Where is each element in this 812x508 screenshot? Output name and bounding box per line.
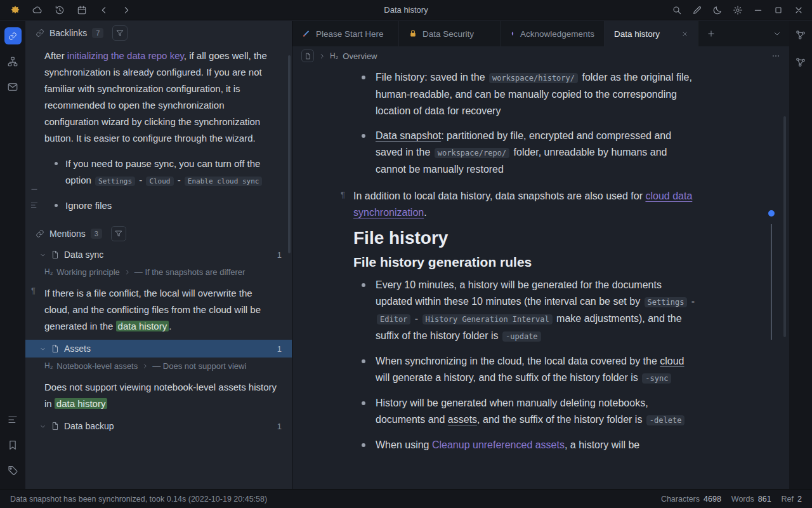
- mention-doc-row-assets[interactable]: Assets 1: [25, 340, 292, 358]
- theme-moon-icon[interactable]: [709, 3, 726, 18]
- backlink-icon: [36, 29, 44, 37]
- right-dock: [789, 21, 812, 489]
- inbox-mail-icon[interactable]: [4, 78, 22, 95]
- search-icon[interactable]: [668, 3, 685, 18]
- global-graph-icon[interactable]: [792, 53, 809, 70]
- scroll-position-indicator[interactable]: [768, 210, 775, 217]
- mention-block[interactable]: ¶ If there is a file conflict, the local…: [25, 280, 292, 340]
- backlinks-dock-icon[interactable]: [4, 27, 22, 44]
- breadcrumb-item[interactable]: Overview: [343, 51, 377, 61]
- backlink-list: If you need to pause sync, you can turn …: [25, 156, 292, 214]
- mention-subpath[interactable]: H₂ Working principle — If the snapshots …: [25, 264, 292, 280]
- block-gutter-list-icon[interactable]: [30, 201, 39, 210]
- mention-count: 1: [277, 422, 282, 431]
- tab-acknowledgements[interactable]: Acknowledgements: [501, 21, 605, 46]
- mentions-filter-icon[interactable]: [111, 226, 126, 241]
- go-back-icon[interactable]: [95, 3, 112, 18]
- breadcrumb: H₂ Overview: [292, 46, 789, 65]
- mention-block[interactable]: Does not support viewing notebook-level …: [25, 374, 292, 417]
- chevron-down-icon[interactable]: [39, 345, 46, 352]
- lock-icon: [409, 29, 417, 38]
- backlinks-panel: Backlinks 7 After initializing the data …: [25, 21, 292, 489]
- bookmark-dock-icon[interactable]: [4, 436, 22, 453]
- go-forward-icon[interactable]: [117, 3, 134, 18]
- window-scrollbar[interactable]: [783, 116, 786, 337]
- block-ref-link[interactable]: Cleanup unreferenced assets: [432, 439, 565, 450]
- mention-subpath[interactable]: H₂ Notebook-level assets — Does not supp…: [25, 358, 292, 374]
- data-history-icon[interactable]: [51, 3, 68, 18]
- backlinks-count-badge: 7: [92, 28, 103, 38]
- more-options-icon[interactable]: [771, 51, 780, 60]
- backlinks-title: Backlinks: [49, 28, 87, 38]
- outline-dock-icon[interactable]: [4, 411, 22, 428]
- text-segment: When using: [376, 439, 432, 450]
- inline-code: Settings: [95, 177, 135, 186]
- text-segment: When synchronizing in the cloud, the loc…: [376, 356, 660, 366]
- mention-doc-label: Assets: [64, 344, 91, 354]
- mention-doc-row-data-backup[interactable]: Data backup 1: [25, 417, 292, 435]
- mention-excerpt: — Does not support viewi: [152, 361, 246, 371]
- backlinks-header[interactable]: Backlinks 7: [25, 21, 292, 45]
- mentions-title: Mentions: [49, 229, 86, 239]
- app-window: Data history: [0, 0, 812, 508]
- tab-data-history[interactable]: Data history: [605, 21, 698, 46]
- chevron-down-icon[interactable]: [39, 251, 46, 258]
- document-icon: [51, 250, 60, 259]
- stat-label: Ref: [782, 495, 794, 504]
- document-icon: [51, 422, 60, 431]
- text-segment: -: [136, 175, 145, 185]
- daily-note-icon[interactable]: [73, 3, 90, 18]
- text-segment: -: [412, 313, 421, 324]
- doc-heading1: File history: [353, 230, 696, 246]
- tab-label: Acknowledgements: [520, 29, 594, 39]
- mentions-header[interactable]: Mentions 3: [25, 222, 292, 246]
- editor[interactable]: File history: saved in the workspace/his…: [292, 65, 789, 489]
- inline-code: -update: [502, 331, 541, 342]
- text-segment: .: [169, 321, 171, 331]
- minimize-icon[interactable]: [749, 3, 766, 18]
- backlink-list-item[interactable]: Ignore files: [25, 197, 292, 214]
- paragraph-marker: ¶: [31, 286, 36, 295]
- chevron-down-icon[interactable]: [39, 423, 46, 430]
- text-segment: , and the suffix of the history folder i…: [477, 414, 645, 425]
- close-tab-icon[interactable]: [681, 30, 688, 37]
- stat-value: 4698: [704, 495, 721, 504]
- text-segment: , a history will be: [565, 439, 639, 450]
- new-tab-button[interactable]: [698, 21, 724, 46]
- backlink-list-item[interactable]: If you need to pause sync, you can turn …: [25, 156, 292, 190]
- block-ref-link[interactable]: assets: [448, 414, 477, 425]
- tab-data-security[interactable]: Data Security: [399, 21, 501, 46]
- cloud-sync-icon[interactable]: [29, 3, 46, 18]
- backlink-block[interactable]: After initializing the data repo key, if…: [25, 45, 292, 148]
- backlinks-filter-icon[interactable]: [112, 25, 128, 41]
- siyuan-logo-icon[interactable]: [6, 3, 23, 18]
- settings-gear-icon[interactable]: [729, 3, 746, 18]
- block-ref-link[interactable]: cloud: [660, 356, 684, 366]
- edit-mode-icon[interactable]: [688, 3, 705, 18]
- block-ref-link[interactable]: initializing the data repo key: [67, 50, 184, 61]
- inline-code: Enable cloud sync: [185, 177, 263, 186]
- block-gutter-dash-icon[interactable]: [30, 185, 39, 194]
- close-window-icon[interactable]: [790, 3, 807, 18]
- tab-please-start-here[interactable]: Please Start Here: [292, 21, 399, 46]
- mention-text: Does not support viewing notebook-level …: [44, 382, 277, 409]
- maximize-icon[interactable]: [769, 3, 787, 18]
- editor-scrollbar[interactable]: [771, 224, 772, 340]
- graph-dock-icon[interactable]: [4, 53, 22, 70]
- tag-dock-icon[interactable]: [4, 462, 22, 479]
- mention-doc-row-data-sync[interactable]: Data sync 1: [25, 246, 292, 264]
- text-segment: -: [688, 296, 695, 307]
- heading-level-badge: H₂: [330, 51, 338, 60]
- sidebar-scrollbar[interactable]: [288, 55, 291, 253]
- tab-list-dropdown-icon[interactable]: [765, 21, 789, 46]
- inline-code: Cloud: [146, 177, 173, 186]
- doc-stats: Characters4698 Words861 Ref2: [661, 495, 802, 504]
- graph-view-icon[interactable]: [792, 26, 809, 43]
- mention-parent-title: Working principle: [56, 267, 119, 277]
- inline-code: workspace/history/: [489, 73, 578, 83]
- document-icon[interactable]: [301, 50, 314, 62]
- doc-paragraph: ¶ In addition to local data history, dat…: [353, 188, 696, 221]
- mention-count: 1: [277, 250, 282, 260]
- block-ref-link[interactable]: Data snapshot: [376, 130, 441, 141]
- paragraph-marker: ¶: [341, 190, 345, 199]
